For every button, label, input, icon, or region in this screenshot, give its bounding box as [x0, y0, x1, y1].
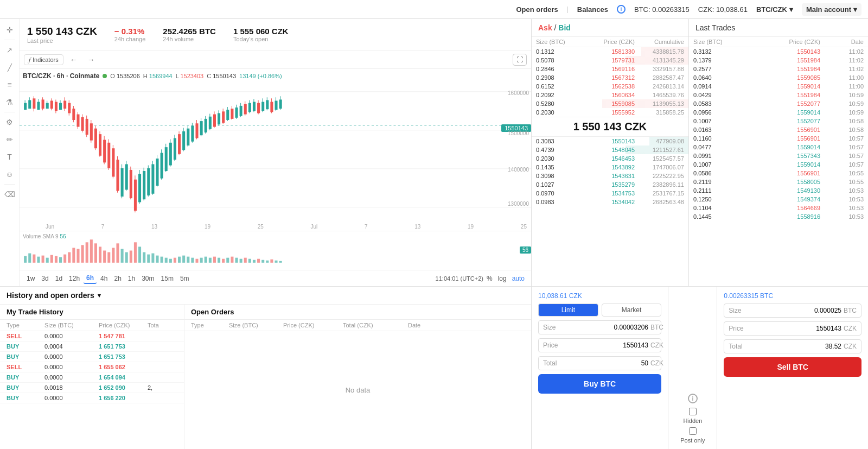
table-row[interactable]: 0.098315340422682563.48 [532, 198, 688, 206]
crosshair-tool[interactable]: ✛ [2, 22, 17, 37]
table-row[interactable]: 0.131215813304338815.78 [532, 47, 688, 56]
sell-price-input[interactable] [752, 325, 841, 332]
list-item[interactable]: 0.0583155207710:59 [689, 99, 868, 108]
tf-1d[interactable]: 1d [53, 274, 65, 283]
tf-3d[interactable]: 3d [39, 274, 51, 283]
line-tool[interactable]: ╱ [2, 60, 17, 75]
table-row[interactable]: SELL0.00001 547 781 [0, 331, 184, 342]
fullscreen-button[interactable]: ⛶ [513, 54, 527, 66]
tf-4h[interactable]: 4h [98, 274, 110, 283]
info-icon[interactable]: i [617, 5, 626, 14]
list-item[interactable]: 0.0956155901410:59 [689, 108, 868, 117]
table-row[interactable]: 0.290815673122882587.47 [532, 73, 688, 82]
table-row[interactable]: 0.209215606341465539.76 [532, 91, 688, 99]
list-item[interactable]: 0.1250154937410:53 [689, 195, 868, 204]
limit-button[interactable]: Limit [538, 303, 598, 317]
table-row[interactable]: 0.30831550143477909.08 [532, 137, 688, 146]
svg-rect-140 [99, 246, 101, 262]
table-row[interactable]: 0.309815436312225222.95 [532, 172, 688, 180]
list-item[interactable]: 0.2111154913010:53 [689, 186, 868, 195]
tf-1w[interactable]: 1w [24, 274, 37, 283]
buy-price-input[interactable] [567, 342, 648, 349]
list-item[interactable]: 0.3132155014311:02 [689, 47, 868, 56]
list-item[interactable]: 0.1160155690110:57 [689, 134, 868, 143]
buy-size-input[interactable] [567, 324, 648, 331]
tf-6h[interactable]: 6h [84, 273, 97, 284]
pair-selector[interactable]: BTC/CZK ▾ [756, 5, 793, 14]
cursor-tool[interactable]: ↗ [2, 42, 17, 58]
sell-btc-button[interactable]: Sell BTC [724, 357, 861, 377]
auto-toggle[interactable]: auto [510, 274, 527, 283]
list-item[interactable]: 0.1445155891610:53 [689, 212, 868, 221]
buy-form-balance[interactable]: 10,038.61 CZK [538, 292, 661, 300]
table-row[interactable]: 0.097015347532531767.15 [532, 189, 688, 198]
info-circle-icon: i [688, 394, 698, 403]
list-item[interactable]: 0.0429155198410:59 [689, 91, 868, 99]
list-item[interactable]: 0.1379155198411:02 [689, 56, 868, 65]
table-row[interactable]: BUY0.00181 652 0902, [0, 383, 184, 393]
history-header[interactable]: History and open orders ▾ [0, 287, 531, 305]
table-row[interactable]: 0.507815797314131345.29 [532, 56, 688, 65]
table-row[interactable]: 0.203015464531525457.57 [532, 154, 688, 163]
open-orders-link[interactable]: Open orders [516, 5, 558, 14]
list-item[interactable]: 0.0640155908511:00 [689, 73, 868, 82]
list-item[interactable]: 0.1007155901410:57 [689, 160, 868, 169]
emoji-tool[interactable]: ☺ [2, 167, 17, 182]
indicators-button[interactable]: 𝑓 Indicators [24, 54, 63, 65]
indicator-settings-tool[interactable]: ⚙ [2, 115, 17, 130]
buy-total-input[interactable] [567, 359, 648, 367]
sell-total-input[interactable] [752, 343, 841, 350]
tf-1h[interactable]: 1h [125, 274, 138, 283]
text-tool[interactable]: T [2, 149, 17, 165]
tf-2h[interactable]: 2h [111, 274, 124, 283]
pattern-tool[interactable]: ≡ [2, 77, 17, 92]
table-row[interactable]: SELL0.00001 655 062 [0, 362, 184, 372]
table-row[interactable]: 0.20301555952315858.25 [532, 108, 688, 117]
list-item[interactable]: 0.1007155207710:58 [689, 117, 868, 125]
table-row[interactable]: 0.473915480451211527.61 [532, 146, 688, 154]
redo-button[interactable]: → [84, 54, 98, 65]
volume-current-label: 56 [520, 246, 531, 254]
table-row[interactable]: 0.143515438921747006.07 [532, 163, 688, 172]
svg-rect-127 [42, 256, 44, 263]
svg-rect-123 [24, 256, 27, 263]
market-button[interactable]: Market [602, 303, 662, 317]
list-item[interactable]: 0.2119155800510:55 [689, 178, 868, 186]
undo-button[interactable]: ← [67, 54, 81, 65]
table-row[interactable]: 0.284615691163329157.88 [532, 65, 688, 73]
pen-tool[interactable]: ✏ [2, 132, 17, 147]
hidden-checkbox[interactable] [689, 408, 697, 415]
tf-30m[interactable]: 30m [139, 274, 157, 283]
table-row[interactable]: BUY0.00001 654 094 [0, 372, 184, 383]
table-row[interactable]: BUY0.00001 651 753 [0, 352, 184, 362]
sell-form-balance[interactable]: 0.00263315 BTC [724, 292, 861, 300]
table-row[interactable]: 0.102715352792382896.11 [532, 180, 688, 189]
list-item[interactable]: 0.0477155901410:57 [689, 143, 868, 151]
sell-size-input[interactable] [752, 307, 841, 314]
measure-tool[interactable]: ⚗ [2, 94, 17, 110]
log-toggle[interactable]: log [496, 274, 509, 283]
account-selector[interactable]: Main account ▾ [802, 3, 861, 16]
table-row[interactable]: 0.528015590851139055.13 [532, 99, 688, 108]
pct-toggle[interactable]: % [484, 274, 495, 283]
list-item[interactable]: 0.0914155901411:00 [689, 82, 868, 91]
eraser-tool[interactable]: ⌫ [2, 187, 17, 202]
list-item[interactable]: 0.2577155198411:02 [689, 65, 868, 73]
order-options-panel: i Hidden Post only [668, 286, 717, 449]
list-item[interactable]: 0.0991155734310:57 [689, 151, 868, 160]
table-row[interactable]: BUY0.00041 651 753 [0, 342, 184, 352]
tf-5m[interactable]: 5m [177, 274, 192, 283]
list-item[interactable]: 0.0163155690110:58 [689, 125, 868, 134]
volume-chart [20, 231, 531, 270]
table-row[interactable]: BUY0.00001 656 220 [0, 393, 184, 403]
svg-rect-138 [90, 239, 93, 263]
tf-15m[interactable]: 15m [158, 274, 176, 283]
buy-btc-button[interactable]: Buy BTC [538, 374, 661, 394]
tf-12h[interactable]: 12h [66, 274, 82, 283]
balances-link[interactable]: Balances [577, 5, 608, 14]
svg-rect-178 [266, 261, 269, 263]
table-row[interactable]: 0.615215625382426813.14 [532, 82, 688, 91]
list-item[interactable]: 0.0586155690110:55 [689, 169, 868, 178]
list-item[interactable]: 0.1104156466910:53 [689, 204, 868, 212]
post-only-checkbox[interactable] [689, 427, 697, 435]
